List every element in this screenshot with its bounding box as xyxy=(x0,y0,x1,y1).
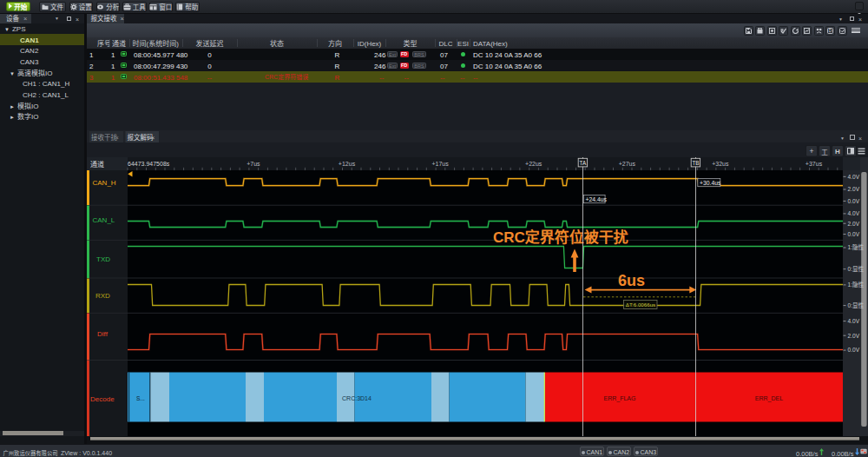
svg-text:Decode: Decode xyxy=(90,394,115,403)
svg-text:4.0V: 4.0V xyxy=(848,316,860,325)
svg-text:ERR_FLAG: ERR_FLAG xyxy=(604,394,636,402)
svg-text:TB: TB xyxy=(692,159,699,167)
svg-text:CRC:3D14: CRC:3D14 xyxy=(342,394,372,402)
svg-text:TA: TA xyxy=(580,159,587,167)
svg-text:×: × xyxy=(858,134,862,142)
svg-text:+37us: +37us xyxy=(806,159,823,168)
svg-text:S...: S... xyxy=(136,394,145,402)
svg-text:RXD: RXD xyxy=(95,290,110,300)
svg-text:CRC定界符位被干扰: CRC定界符位被干扰 xyxy=(493,225,628,247)
svg-text:+30.4us: +30.4us xyxy=(700,178,721,187)
svg-text:6us: 6us xyxy=(618,268,645,290)
svg-text:0:显性: 0:显性 xyxy=(848,264,865,273)
svg-text:ΔT:6.0066us: ΔT:6.0066us xyxy=(626,301,655,308)
svg-text:Diff: Diff xyxy=(97,328,108,338)
svg-text:0:显性: 0:显性 xyxy=(848,301,865,309)
svg-text:报文解码: 报文解码 xyxy=(128,132,154,142)
svg-text:1:隐性: 1:隐性 xyxy=(848,280,865,288)
svg-text:ERR_DEL: ERR_DEL xyxy=(755,394,783,402)
svg-text:64473.947508s: 64473.947508s xyxy=(128,159,170,168)
svg-text:0.0V: 0.0V xyxy=(848,229,860,238)
svg-text:H: H xyxy=(835,146,840,156)
svg-text:CAN_L: CAN_L xyxy=(93,215,115,224)
svg-text:×: × xyxy=(115,132,119,142)
svg-text:4.0V: 4.0V xyxy=(848,209,860,217)
svg-text:TXD: TXD xyxy=(96,254,110,263)
svg-text:+24.4us: +24.4us xyxy=(586,195,608,203)
svg-text:+17us: +17us xyxy=(431,159,449,168)
svg-text:0.0V: 0.0V xyxy=(848,345,860,354)
svg-text:工: 工 xyxy=(821,147,828,156)
svg-text:0.0V: 0.0V xyxy=(848,196,860,205)
svg-text:2.0V: 2.0V xyxy=(848,331,860,340)
svg-text:+7us: +7us xyxy=(247,159,260,168)
svg-text:+: + xyxy=(810,145,814,156)
svg-text:×: × xyxy=(151,132,155,142)
svg-text:CAN_H: CAN_H xyxy=(93,177,116,187)
svg-text:+32us: +32us xyxy=(712,159,729,168)
svg-text:▼: ▼ xyxy=(840,135,845,141)
svg-text:+22us: +22us xyxy=(525,159,542,168)
svg-text:通道: 通道 xyxy=(90,159,104,169)
svg-text:1:隐性: 1:隐性 xyxy=(848,242,865,251)
svg-text:2.0V: 2.0V xyxy=(848,219,860,228)
svg-text:4.0V: 4.0V xyxy=(848,172,860,181)
svg-text:接收干扰: 接收干扰 xyxy=(91,132,117,142)
svg-text:2.0V: 2.0V xyxy=(848,184,860,193)
svg-text:D: D xyxy=(829,28,832,33)
svg-text:+12us: +12us xyxy=(339,159,356,168)
svg-text:+27us: +27us xyxy=(619,159,636,168)
